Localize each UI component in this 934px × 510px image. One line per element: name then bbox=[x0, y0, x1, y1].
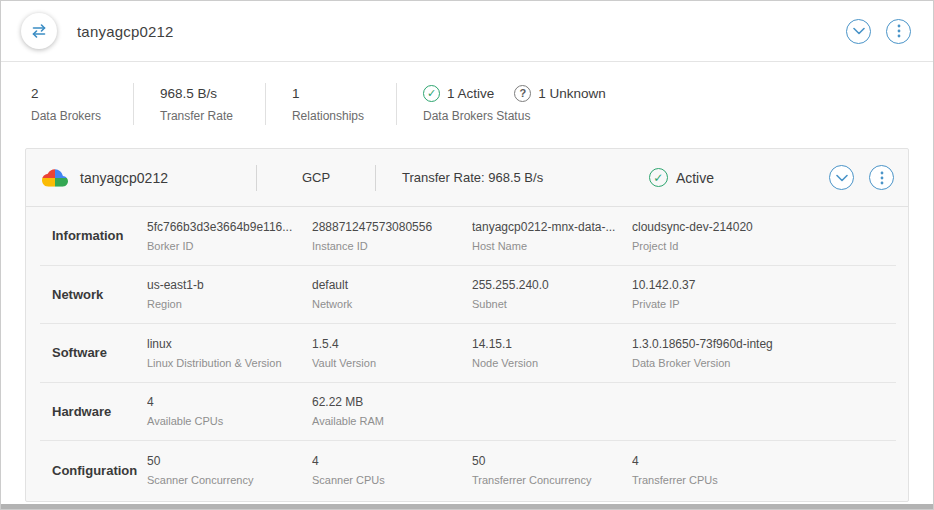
stats-divider bbox=[396, 83, 397, 125]
header-actions bbox=[846, 19, 911, 44]
broker-name: tanyagcp0212 bbox=[80, 170, 256, 186]
field-value: 1.3.0.18650-73f960d-integ bbox=[632, 337, 886, 351]
stat-value: 968.5 B/s bbox=[160, 86, 233, 101]
field-caption: Region bbox=[147, 298, 302, 310]
field: 62.22 MB Available RAM bbox=[312, 395, 472, 427]
field-value: us-east1-b bbox=[147, 278, 302, 292]
field: 288871247573080556 Instance ID bbox=[312, 220, 472, 252]
stat-transfer-rate: 968.5 B/s Transfer Rate bbox=[160, 86, 265, 123]
question-circle-icon: ? bbox=[514, 85, 531, 102]
chevron-down-icon bbox=[836, 174, 848, 182]
field-caption: Available CPUs bbox=[147, 415, 302, 427]
section-label: Network bbox=[52, 287, 147, 302]
header-chevron-down-button[interactable] bbox=[846, 19, 871, 44]
field: 14.15.1 Node Version bbox=[472, 337, 632, 369]
field: 4 Scanner CPUs bbox=[312, 454, 472, 486]
field: 4 Available CPUs bbox=[147, 395, 312, 427]
field-caption: Transferrer CPUs bbox=[632, 474, 886, 486]
status-line: ✓ 1 Active ? 1 Unknown bbox=[423, 85, 606, 102]
field-caption: Data Broker Version bbox=[632, 357, 886, 369]
stat-relationships: 1 Relationships bbox=[292, 86, 396, 123]
field-value: 4 bbox=[147, 395, 302, 409]
field: us-east1-b Region bbox=[147, 278, 312, 310]
section-label: Information bbox=[52, 228, 147, 243]
field-caption: Host Name bbox=[472, 240, 622, 252]
field-value: 14.15.1 bbox=[472, 337, 622, 351]
field-value: 255.255.240.0 bbox=[472, 278, 622, 292]
field: linux Linux Distribution & Version bbox=[147, 337, 312, 369]
broker-transfer-rate: Transfer Rate: 968.5 B/s bbox=[402, 170, 543, 185]
field-caption: Network bbox=[312, 298, 462, 310]
field: 10.142.0.37 Private IP bbox=[632, 278, 896, 310]
section-row-information: Information 5fc766b3d3e3664b9e116... Bor… bbox=[40, 207, 896, 266]
section-label: Hardware bbox=[52, 404, 147, 419]
field-value: default bbox=[312, 278, 462, 292]
field-value: linux bbox=[147, 337, 302, 351]
stat-value: 1 bbox=[292, 86, 364, 101]
field-caption: Available RAM bbox=[312, 415, 462, 427]
sync-arrows-icon bbox=[21, 13, 57, 49]
broker-card-header[interactable]: tanyagcp0212 GCP Transfer Rate: 968.5 B/… bbox=[26, 149, 908, 207]
stat-label: Transfer Rate bbox=[160, 109, 233, 123]
header: tanyagcp0212 bbox=[1, 1, 933, 62]
gcp-logo-icon bbox=[42, 167, 68, 189]
section-label: Software bbox=[52, 345, 147, 360]
stats-row: 2 Data Brokers 968.5 B/s Transfer Rate 1… bbox=[1, 62, 933, 146]
check-circle-icon: ✓ bbox=[649, 168, 668, 187]
stats-divider bbox=[265, 83, 266, 125]
card-chevron-down-button[interactable] bbox=[829, 165, 854, 190]
field-value: 288871247573080556 bbox=[312, 220, 462, 234]
field-value: 50 bbox=[147, 454, 302, 468]
field: 50 Scanner Concurrency bbox=[147, 454, 312, 486]
stat-data-brokers: 2 Data Brokers bbox=[31, 86, 133, 123]
field-value: tanyagcp0212-mnx-data-... bbox=[472, 220, 622, 234]
page-title: tanyagcp0212 bbox=[77, 23, 174, 40]
status-unknown-label: 1 Unknown bbox=[538, 86, 606, 101]
broker-status-badge: ✓ Active bbox=[649, 168, 714, 187]
status-group-label: Data Brokers Status bbox=[423, 109, 606, 123]
field: 4 Transferrer CPUs bbox=[632, 454, 896, 486]
stat-label: Relationships bbox=[292, 109, 364, 123]
card-kebab-menu-button[interactable] bbox=[869, 165, 894, 190]
field-caption: Borker ID bbox=[147, 240, 302, 252]
status-active-label: 1 Active bbox=[447, 86, 494, 101]
card-actions bbox=[829, 165, 894, 190]
field: default Network bbox=[312, 278, 472, 310]
field-value: cloudsync-dev-214020 bbox=[632, 220, 886, 234]
section-row-software: Software linux Linux Distribution & Vers… bbox=[40, 324, 896, 383]
stats-divider bbox=[133, 83, 134, 125]
header-kebab-menu-button[interactable] bbox=[886, 19, 911, 44]
field-value: 62.22 MB bbox=[312, 395, 462, 409]
field-value: 10.142.0.37 bbox=[632, 278, 886, 292]
field-caption: Private IP bbox=[632, 298, 886, 310]
field: 255.255.240.0 Subnet bbox=[472, 278, 632, 310]
field-value: 4 bbox=[632, 454, 886, 468]
section-row-configuration: Configuration 50 Scanner Concurrency 4 S… bbox=[40, 441, 896, 500]
section-row-network: Network us-east1-b Region default Networ… bbox=[40, 266, 896, 325]
field-caption: Node Version bbox=[472, 357, 622, 369]
field-caption: Scanner CPUs bbox=[312, 474, 462, 486]
field-value: 4 bbox=[312, 454, 462, 468]
field-caption: Project Id bbox=[632, 240, 886, 252]
stat-value: 2 bbox=[31, 86, 101, 101]
field: 5fc766b3d3e3664b9e116... Borker ID bbox=[147, 220, 312, 252]
data-brokers-status: ✓ 1 Active ? 1 Unknown Data Brokers Stat… bbox=[423, 85, 606, 123]
field: tanyagcp0212-mnx-data-... Host Name bbox=[472, 220, 632, 252]
section-row-hardware: Hardware 4 Available CPUs 62.22 MB Avail… bbox=[40, 383, 896, 442]
field-value: 5fc766b3d3e3664b9e116... bbox=[147, 220, 302, 234]
field: 1.5.4 Vault Version bbox=[312, 337, 472, 369]
broker-card: tanyagcp0212 GCP Transfer Rate: 968.5 B/… bbox=[25, 148, 909, 502]
field: 50 Transferrer Concurrency bbox=[472, 454, 632, 486]
section-label: Configuration bbox=[52, 463, 147, 478]
field-caption: Vault Version bbox=[312, 357, 462, 369]
horizontal-scrollbar[interactable] bbox=[1, 504, 933, 509]
status-unknown: ? 1 Unknown bbox=[514, 85, 606, 102]
kebab-icon bbox=[897, 24, 901, 38]
field: 1.3.0.18650-73f960d-integ Data Broker Ve… bbox=[632, 337, 896, 369]
kebab-icon bbox=[880, 171, 884, 185]
field-caption: Linux Distribution & Version bbox=[147, 357, 302, 369]
field-caption: Instance ID bbox=[312, 240, 462, 252]
stat-label: Data Brokers bbox=[31, 109, 101, 123]
field-caption: Subnet bbox=[472, 298, 622, 310]
data-broker-group-page: tanyagcp0212 2 Data Brokers 968.5 B/s Tr… bbox=[0, 0, 934, 510]
